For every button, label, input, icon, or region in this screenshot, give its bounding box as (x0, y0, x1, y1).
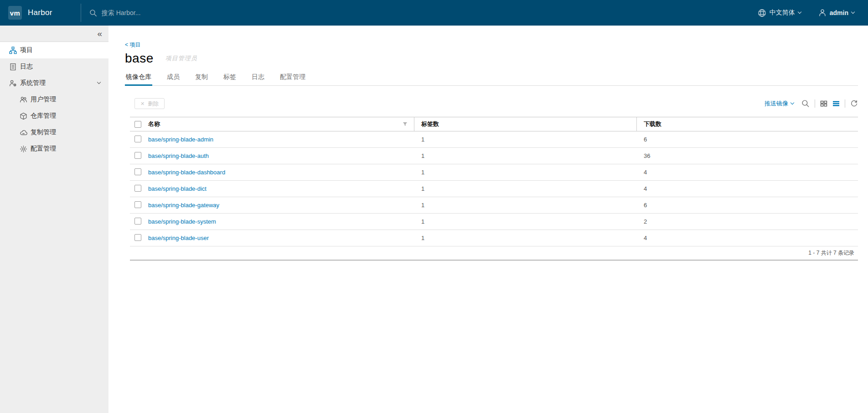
download-count: 6 (637, 202, 858, 209)
tag-count: 1 (414, 235, 637, 241)
list-view-icon[interactable] (832, 100, 840, 107)
registry-icon (20, 112, 27, 120)
filter-icon[interactable] (403, 122, 408, 126)
replication-icon (20, 129, 27, 136)
sidebar-item[interactable]: 日志 (0, 58, 108, 75)
card-view-icon[interactable] (820, 100, 827, 107)
sidebar-collapse-row: « (0, 26, 108, 42)
language-selector[interactable]: 中文简体 (758, 9, 801, 17)
tag-count: 1 (414, 152, 637, 159)
column-header-name[interactable]: 名称 (148, 120, 160, 128)
table-body: base/spring-blade-admin16base/spring-bla… (130, 131, 858, 246)
tag-count: 1 (414, 169, 637, 176)
repo-link[interactable]: base/spring-blade-dict (148, 185, 207, 192)
table-row: base/spring-blade-gateway16 (130, 197, 858, 214)
sidebar-item[interactable]: 系统管理 (0, 75, 108, 91)
chevron-down-icon (851, 10, 855, 14)
repo-link[interactable]: base/spring-blade-gateway (148, 202, 219, 209)
sidebar-subitem[interactable]: 复制管理 (0, 124, 108, 141)
sidebar-item[interactable]: 项目 (0, 42, 108, 58)
repo-link[interactable]: base/spring-blade-user (148, 235, 209, 241)
delete-button-label: 删除 (148, 100, 159, 108)
collapse-sidebar-icon[interactable]: « (97, 29, 102, 38)
tab[interactable]: 标签 (222, 73, 237, 85)
push-image-label: 推送镜像 (765, 99, 788, 108)
tab[interactable]: 成员 (166, 73, 181, 85)
sidebar-item-label: 项目 (20, 46, 33, 54)
tab[interactable]: 复制 (194, 73, 209, 85)
config-icon (20, 145, 27, 153)
table-row: base/spring-blade-system12 (130, 214, 858, 230)
sidebar-subitem[interactable]: 仓库管理 (0, 108, 108, 124)
tab[interactable]: 镜像仓库 (125, 73, 152, 85)
toolbar-separator (815, 99, 815, 108)
row-checkbox[interactable] (134, 168, 141, 175)
download-count: 4 (637, 185, 858, 192)
vmware-logo[interactable]: vm (8, 6, 22, 20)
header-divider (81, 4, 81, 22)
pagination-summary: 1 - 7 共计 7 条记录 (130, 246, 858, 261)
tag-count: 1 (414, 218, 637, 225)
system-admin-icon (9, 79, 17, 87)
delete-button[interactable]: ✕ 删除 (134, 98, 165, 109)
sidebar-subitem[interactable]: 用户管理 (0, 91, 108, 108)
user-icon (818, 9, 827, 17)
app-title[interactable]: Harbor (28, 8, 52, 17)
table-row: base/spring-blade-admin16 (130, 131, 858, 148)
app-header: vm Harbor 中文简体 admin (0, 0, 868, 26)
chevron-down-icon (790, 101, 794, 105)
global-search-input[interactable] (101, 9, 292, 17)
global-search (89, 9, 758, 17)
repo-search-icon[interactable] (801, 99, 810, 108)
chevron-down-icon (97, 80, 101, 84)
role-label: 项目管理员 (165, 54, 197, 63)
table-row: base/spring-blade-dashboard14 (130, 164, 858, 181)
toolbar-separator (845, 99, 845, 108)
language-label: 中文简体 (770, 9, 795, 17)
sidebar-item-label: 仓库管理 (31, 112, 56, 120)
push-image-dropdown[interactable]: 推送镜像 (765, 99, 794, 108)
search-icon (89, 9, 97, 17)
row-checkbox[interactable] (134, 218, 141, 225)
sidebar-item-label: 复制管理 (31, 128, 56, 136)
sidebar-subitem[interactable]: 配置管理 (0, 141, 108, 157)
row-checkbox[interactable] (134, 201, 141, 208)
download-count: 4 (637, 235, 858, 241)
table-row: base/spring-blade-user14 (130, 230, 858, 246)
tab-bar: 镜像仓库成员复制标签日志配置管理 (125, 73, 858, 86)
table-row: base/spring-blade-dict14 (130, 181, 858, 197)
chevron-down-icon (798, 10, 801, 14)
sidebar-item-label: 日志 (20, 63, 33, 71)
sidebar-item-label: 用户管理 (31, 95, 56, 104)
main-content: < 项目 base 项目管理员 镜像仓库成员复制标签日志配置管理 ✕ 删除 推送… (108, 26, 868, 413)
row-checkbox[interactable] (134, 136, 141, 142)
row-checkbox[interactable] (134, 185, 141, 192)
refresh-icon[interactable] (850, 100, 858, 108)
tab[interactable]: 日志 (251, 73, 265, 85)
repo-link[interactable]: base/spring-blade-auth (148, 152, 209, 159)
row-checkbox[interactable] (134, 234, 141, 241)
tag-count: 1 (414, 202, 637, 209)
repo-link[interactable]: base/spring-blade-admin (148, 136, 213, 143)
download-count: 6 (637, 136, 858, 143)
sidebar-item-label: 系统管理 (20, 79, 46, 87)
download-count: 4 (637, 169, 858, 176)
column-header-downloads[interactable]: 下载数 (637, 117, 858, 131)
logs-icon (9, 63, 17, 71)
download-count: 2 (637, 218, 858, 225)
repo-link[interactable]: base/spring-blade-system (148, 218, 216, 225)
tab[interactable]: 配置管理 (279, 73, 306, 85)
sidebar-item-label: 配置管理 (31, 145, 56, 153)
repositories-table: 名称 标签数 下载数 base/spring-blade-admin16base… (130, 117, 858, 261)
row-checkbox[interactable] (134, 152, 141, 159)
users-icon (20, 96, 27, 104)
column-header-tags[interactable]: 标签数 (414, 117, 637, 131)
repo-toolbar: ✕ 删除 推送镜像 (130, 98, 858, 109)
close-icon: ✕ (140, 101, 145, 106)
user-menu[interactable]: admin (818, 9, 854, 17)
breadcrumb[interactable]: < 项目 (125, 41, 140, 49)
select-all-checkbox[interactable] (134, 121, 141, 128)
repo-link[interactable]: base/spring-blade-dashboard (148, 169, 225, 176)
sidebar-nav-list: 项目日志系统管理用户管理仓库管理复制管理配置管理 (0, 42, 108, 157)
projects-icon (9, 47, 17, 54)
